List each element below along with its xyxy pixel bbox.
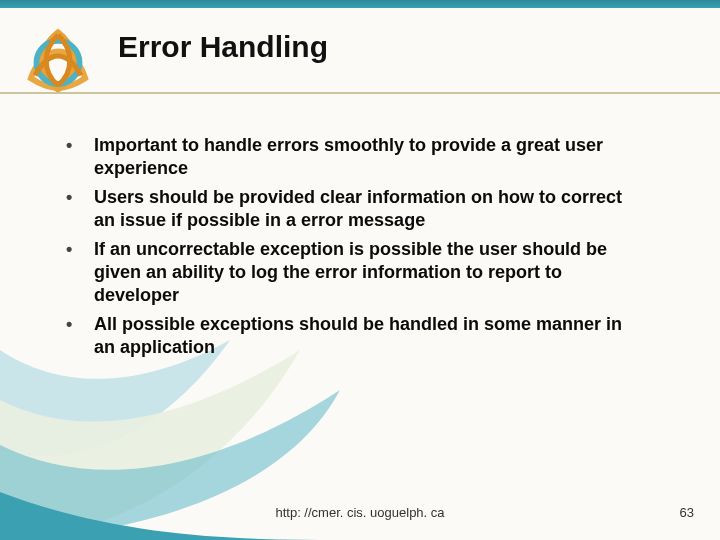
slide-title: Error Handling bbox=[118, 30, 328, 64]
header-divider bbox=[0, 92, 720, 94]
bullet-item: If an uncorrectable exception is possibl… bbox=[60, 238, 640, 307]
bullet-item: All possible exceptions should be handle… bbox=[60, 313, 640, 359]
bullet-list: Important to handle errors smoothly to p… bbox=[60, 134, 640, 365]
triquetra-knot-icon bbox=[22, 28, 94, 94]
slide: Error Handling Important to handle error… bbox=[0, 0, 720, 540]
bullet-item: Users should be provided clear informati… bbox=[60, 186, 640, 232]
page-number: 63 bbox=[680, 505, 694, 520]
footer-url: http: //cmer. cis. uoguelph. ca bbox=[0, 505, 720, 520]
top-accent-bar bbox=[0, 0, 720, 8]
bullet-item: Important to handle errors smoothly to p… bbox=[60, 134, 640, 180]
